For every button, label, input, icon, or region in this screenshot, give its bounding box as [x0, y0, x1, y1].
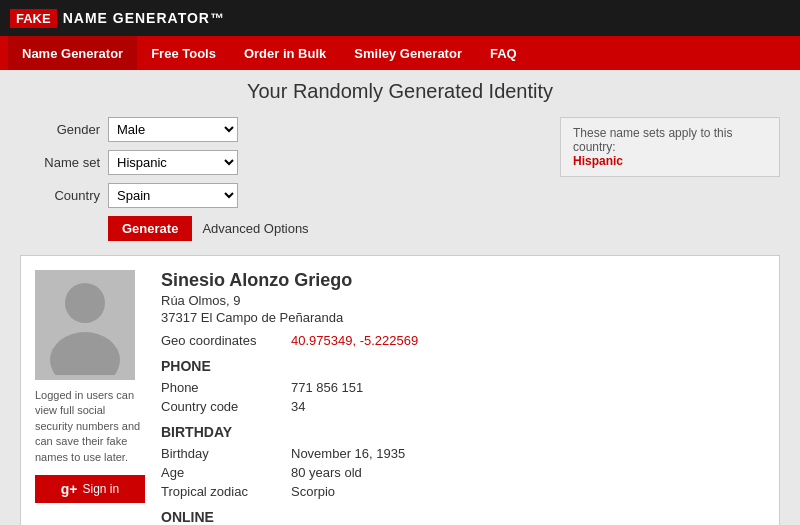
svg-point-1 — [50, 332, 120, 375]
main-content: Your Randomly Generated Identity Gender … — [0, 70, 800, 525]
country-code-label: Country code — [161, 399, 291, 414]
nameset-select[interactable]: Hispanic English — [108, 150, 238, 175]
nameset-row: Name set Hispanic English — [20, 150, 540, 175]
age-row: Age 80 years old — [161, 465, 765, 480]
phone-section-header: PHONE — [161, 358, 765, 374]
nav-faq[interactable]: FAQ — [476, 36, 531, 70]
phone-label: Phone — [161, 380, 291, 395]
gender-select[interactable]: Male Female — [108, 117, 238, 142]
form-left: Gender Male Female Name set Hispanic Eng… — [20, 117, 540, 241]
name-sets-highlight: Hispanic — [573, 154, 623, 168]
google-plus-icon: g+ — [61, 481, 78, 497]
zodiac-label: Tropical zodiac — [161, 484, 291, 499]
phone-row: Phone 771 856 151 — [161, 380, 765, 395]
advanced-options-link[interactable]: Advanced Options — [202, 221, 308, 236]
name-sets-box: These name sets apply to this country: H… — [560, 117, 780, 177]
generate-button[interactable]: Generate — [108, 216, 192, 241]
birthday-value: November 16, 1935 — [291, 446, 405, 461]
nameset-label: Name set — [20, 155, 100, 170]
geo-label: Geo coordinates — [161, 333, 291, 348]
birthday-label: Birthday — [161, 446, 291, 461]
signin-label: Sign in — [83, 482, 120, 496]
gender-label: Gender — [20, 122, 100, 137]
birthday-section-header: BIRTHDAY — [161, 424, 765, 440]
phone-value: 771 856 151 — [291, 380, 363, 395]
identity-address: Rúa Olmos, 9 — [161, 293, 765, 308]
top-bar: FAKE NAME GENERATOR™ — [0, 0, 800, 36]
identity-name: Sinesio Alonzo Griego — [161, 270, 765, 291]
country-code-row: Country code 34 — [161, 399, 765, 414]
google-signin-button[interactable]: g+ Sign in — [35, 475, 145, 503]
age-value: 80 years old — [291, 465, 362, 480]
country-label: Country — [20, 188, 100, 203]
nav-free-tools[interactable]: Free Tools — [137, 36, 230, 70]
zodiac-row: Tropical zodiac Scorpio — [161, 484, 765, 499]
name-sets-note: These name sets apply to this country: — [573, 126, 732, 154]
country-select[interactable]: Spain United States — [108, 183, 238, 208]
avatar — [35, 270, 135, 380]
login-note: Logged in users can view full social sec… — [35, 388, 145, 465]
form-section: Gender Male Female Name set Hispanic Eng… — [20, 117, 780, 241]
nav-order-bulk[interactable]: Order in Bulk — [230, 36, 340, 70]
identity-details: Sinesio Alonzo Griego Rúa Olmos, 9 37317… — [161, 270, 765, 525]
generate-row: Generate Advanced Options — [108, 216, 540, 241]
svg-point-0 — [65, 283, 105, 323]
logo-fake: FAKE — [10, 9, 57, 28]
country-row: Country Spain United States — [20, 183, 540, 208]
birthday-row: Birthday November 16, 1935 — [161, 446, 765, 461]
geo-value[interactable]: 40.975349, -5.222569 — [291, 333, 418, 348]
zodiac-value: Scorpio — [291, 484, 335, 499]
identity-city: 37317 El Campo de Peñaranda — [161, 310, 765, 325]
logo-text: NAME GENERATOR™ — [63, 10, 225, 26]
identity-card: Logged in users can view full social sec… — [20, 255, 780, 525]
online-section-header: ONLINE — [161, 509, 765, 525]
nav-bar: Name Generator Free Tools Order in Bulk … — [0, 36, 800, 70]
country-code-value: 34 — [291, 399, 305, 414]
nav-smiley-generator[interactable]: Smiley Generator — [340, 36, 476, 70]
page-title: Your Randomly Generated Identity — [20, 80, 780, 103]
nav-name-generator[interactable]: Name Generator — [8, 36, 137, 70]
gender-row: Gender Male Female — [20, 117, 540, 142]
geo-row: Geo coordinates 40.975349, -5.222569 — [161, 333, 765, 348]
age-label: Age — [161, 465, 291, 480]
avatar-section: Logged in users can view full social sec… — [35, 270, 145, 525]
